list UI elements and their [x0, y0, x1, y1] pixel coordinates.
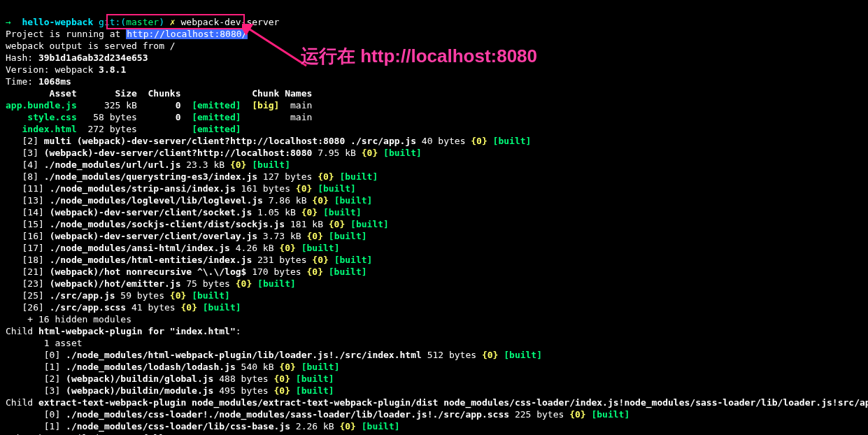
terminal-window[interactable]: → hello-wepback git:(master) ✗ webpack-d… [0, 0, 868, 435]
svg-line-0 [248, 28, 306, 66]
prompt-arrow: → [6, 17, 11, 27]
version-number: 3.8.1 [99, 64, 126, 75]
assets-table-rows: app.bundle.js 325 kB 0 [emitted] [big] m… [6, 100, 312, 134]
prompt-git-open: git:( [99, 17, 126, 27]
command-text: webpack-dev-server [180, 17, 279, 27]
child1-head-pre: Child [6, 326, 38, 336]
child1-module-list: [0] ./node_modules/html-webpack-plugin/l… [6, 350, 542, 396]
assets-table-head: Asset Size Chunks Chunk Names [6, 88, 312, 99]
running-at-prefix: Project is running at [6, 29, 120, 39]
version-pkg: webpack [55, 64, 93, 75]
prompt-dirty-mark: ✗ [170, 17, 176, 27]
child1-head-colon: : [236, 326, 241, 336]
time-label: Time: [6, 76, 33, 87]
server-url[interactable]: http://localhost:8080/ [126, 29, 248, 39]
annotation-text: 运行在 http://localhost:8080 [301, 50, 537, 62]
prompt-branch: master [126, 17, 159, 27]
served-from: webpack output is served from / [6, 41, 176, 51]
child1-head: html-webpack-plugin for "index.html" [38, 326, 236, 336]
hash-value: 39b1d1a6ab32d234e653 [38, 52, 148, 63]
hash-label: Hash: [6, 52, 33, 63]
version-label: Version: [6, 64, 50, 75]
child2-module-list: [0] ./node_modules/css-loader!./node_mod… [6, 409, 629, 432]
child2-head: extract-text-webpack-plugin node_modules… [38, 397, 868, 408]
hidden-modules: + 16 hidden modules [27, 314, 131, 325]
module-list: [2] multi (webpack)-dev-server/client?ht… [6, 136, 531, 313]
child2-head-pre: Child [6, 397, 38, 408]
child1-asset: 1 asset [44, 338, 83, 348]
prompt-dir: hello-wepback [22, 17, 93, 27]
prompt-git-close: ) [159, 17, 164, 27]
annotation-arrow-icon [242, 24, 312, 73]
time-value: 1068ms [38, 76, 71, 87]
